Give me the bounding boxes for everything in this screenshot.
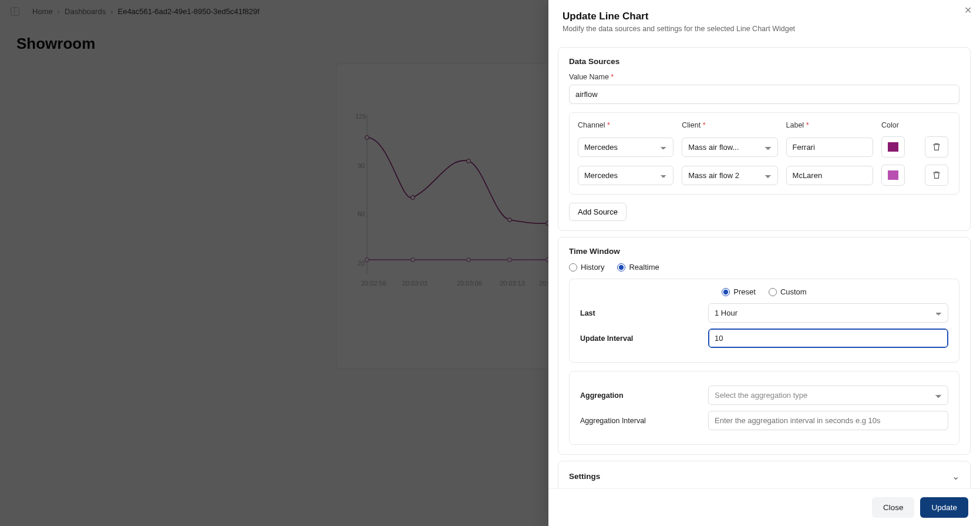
section-settings[interactable]: Settings ⌄ (558, 461, 971, 488)
label-input[interactable] (786, 138, 873, 157)
value-name-label: Value Name (569, 73, 959, 81)
update-button[interactable]: Update (920, 497, 968, 518)
color-picker[interactable] (881, 165, 905, 186)
time-window-box: Preset Custom Last 1 Hour Update Interva… (569, 279, 959, 363)
chevron-down-icon: ⌄ (952, 471, 959, 482)
client-select[interactable]: Mass air flow 2 (682, 166, 777, 185)
section-heading: Time Window (569, 247, 959, 256)
section-data-sources: Data Sources Value Name Channel Client L… (558, 47, 971, 231)
color-picker[interactable] (881, 136, 905, 158)
drawer-body[interactable]: Data Sources Value Name Channel Client L… (548, 39, 980, 488)
aggregation-label: Aggregation (580, 391, 698, 400)
data-source-table: Channel Client Label Color Mercedes Mass… (569, 112, 959, 195)
close-icon[interactable]: ✕ (964, 5, 972, 16)
aggregation-box: Aggregation Select the aggregation type … (569, 371, 959, 445)
label-input[interactable] (786, 166, 873, 185)
col-label: Label (786, 121, 873, 129)
aggregation-interval-input[interactable] (708, 411, 948, 430)
channel-select[interactable]: Mercedes (578, 138, 673, 157)
close-button[interactable]: Close (872, 497, 915, 518)
aggregation-select[interactable]: Select the aggregation type (708, 386, 948, 405)
radio-realtime[interactable]: Realtime (617, 263, 659, 272)
drawer-title: Update Line Chart (563, 11, 966, 22)
col-channel: Channel (578, 121, 673, 129)
section-heading: Data Sources (569, 57, 959, 66)
update-chart-drawer: ✕ Update Line Chart Modify the data sour… (548, 0, 980, 526)
section-time-window: Time Window History Realtime Preset Cust… (558, 237, 971, 455)
update-interval-input[interactable] (708, 329, 948, 348)
data-source-row: Mercedes Mass air flow... (578, 136, 951, 158)
radio-custom[interactable]: Custom (769, 287, 807, 296)
update-interval-label: Update Interval (580, 334, 698, 343)
col-client: Client (682, 121, 777, 129)
channel-select[interactable]: Mercedes (578, 166, 673, 185)
drawer-subtitle: Modify the data sources and settings for… (563, 25, 966, 33)
delete-row-button[interactable] (925, 136, 948, 158)
col-color: Color (881, 121, 917, 129)
add-source-button[interactable]: Add Source (569, 203, 627, 221)
color-swatch-icon (888, 170, 898, 180)
delete-row-button[interactable] (925, 165, 948, 186)
drawer-footer: Close Update (548, 488, 980, 526)
client-select[interactable]: Mass air flow... (682, 138, 777, 157)
color-swatch-icon (888, 142, 898, 152)
data-source-row: Mercedes Mass air flow 2 (578, 165, 951, 186)
radio-preset[interactable]: Preset (722, 287, 756, 296)
radio-history[interactable]: History (569, 263, 604, 272)
last-select[interactable]: 1 Hour (708, 303, 948, 323)
aggregation-interval-label: Aggregation Interval (580, 417, 698, 425)
last-label: Last (580, 309, 698, 317)
section-heading: Settings (569, 472, 600, 481)
drawer-header: Update Line Chart Modify the data source… (548, 0, 980, 39)
value-name-input[interactable] (569, 85, 959, 104)
